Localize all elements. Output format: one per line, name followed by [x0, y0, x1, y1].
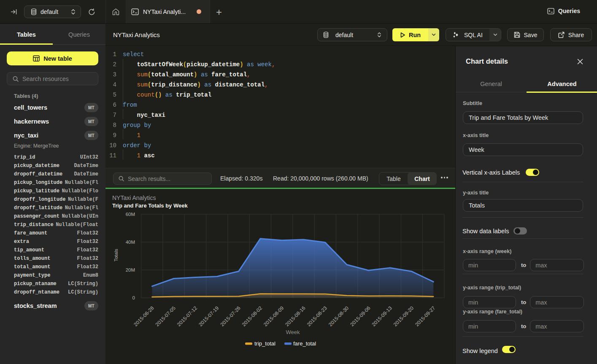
- svg-text:0: 0: [132, 295, 135, 300]
- svg-text:2015-09-06: 2015-09-06: [349, 305, 372, 328]
- svg-text:2015-09-13: 2015-09-13: [371, 305, 394, 328]
- svg-text:2015-06-28: 2015-06-28: [132, 305, 155, 328]
- svg-text:40M: 40M: [126, 240, 135, 245]
- svg-text:2015-09-20: 2015-09-20: [392, 305, 415, 328]
- svg-text:2015-08-30: 2015-08-30: [327, 305, 350, 328]
- svg-text:Totals: Totals: [113, 249, 119, 262]
- svg-text:20M: 20M: [126, 267, 135, 272]
- svg-text:2015-08-09: 2015-08-09: [262, 305, 285, 328]
- svg-text:fare_total: fare_total: [293, 340, 316, 347]
- svg-text:Week: Week: [286, 329, 300, 335]
- svg-text:2015-07-26: 2015-07-26: [219, 305, 242, 328]
- svg-text:2015-09-27: 2015-09-27: [414, 305, 437, 328]
- svg-text:trip_total: trip_total: [254, 340, 276, 347]
- svg-text:2015-07-19: 2015-07-19: [197, 305, 220, 328]
- svg-text:2015-08-23: 2015-08-23: [306, 305, 329, 328]
- svg-text:60M: 60M: [126, 212, 135, 217]
- svg-text:2015-08-16: 2015-08-16: [284, 305, 307, 328]
- svg-text:2015-07-12: 2015-07-12: [176, 305, 199, 328]
- svg-text:2015-08-02: 2015-08-02: [241, 305, 264, 328]
- svg-text:2015-07-05: 2015-07-05: [154, 305, 177, 328]
